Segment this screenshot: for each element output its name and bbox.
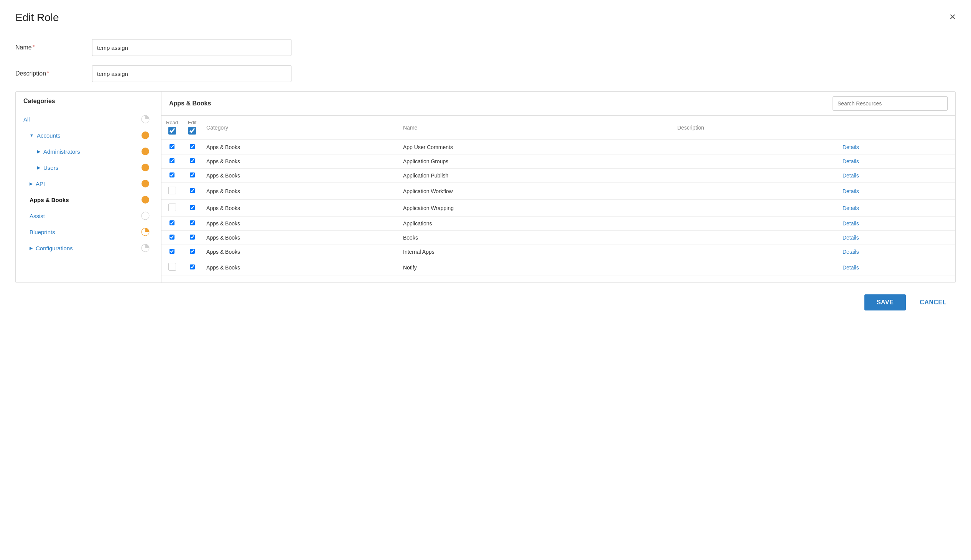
sidebar-item-all[interactable]: All <box>16 111 161 127</box>
blueprints-label: Blueprints <box>30 229 55 235</box>
details-link[interactable]: Details <box>843 144 859 150</box>
sidebar-item-administrators[interactable]: ▶ Administrators <box>16 143 161 160</box>
description-cell <box>672 231 838 245</box>
read-checkbox[interactable] <box>170 172 175 177</box>
close-button[interactable]: × <box>949 12 956 22</box>
edit-checkbox[interactable] <box>190 235 195 240</box>
categories-panel: Categories All ▼ Accounts <box>16 92 162 282</box>
sidebar-item-users[interactable]: ▶ Users <box>16 160 161 175</box>
read-empty-checkbox[interactable] <box>169 203 176 211</box>
details-cell[interactable]: Details <box>838 168 955 183</box>
details-cell[interactable]: Details <box>838 155 955 168</box>
description-cell <box>672 183 838 200</box>
table-row: Apps & Books Application Wrapping Detail… <box>162 200 955 217</box>
edit-cell[interactable] <box>182 231 202 245</box>
content-area: Categories All ▼ Accounts <box>15 91 956 283</box>
read-col-label: Read <box>166 120 178 125</box>
read-checkbox[interactable] <box>170 158 175 163</box>
edit-checkbox[interactable] <box>190 172 195 177</box>
details-cell[interactable]: Details <box>838 140 955 155</box>
accounts-chevron: ▼ <box>30 133 34 138</box>
sidebar-item-accounts[interactable]: ▼ Accounts <box>16 127 161 143</box>
details-cell[interactable]: Details <box>838 183 955 200</box>
all-label: All <box>23 116 30 123</box>
details-link[interactable]: Details <box>843 249 859 255</box>
categories-header: Categories <box>16 92 161 111</box>
edit-cell[interactable] <box>182 217 202 231</box>
description-input[interactable] <box>92 65 292 82</box>
sidebar-item-blueprints[interactable]: Blueprints <box>16 224 161 240</box>
read-cell[interactable] <box>162 217 182 231</box>
edit-checkbox[interactable] <box>190 158 195 163</box>
api-pie-icon <box>141 179 150 188</box>
save-button[interactable]: SAVE <box>864 294 906 310</box>
read-cell[interactable] <box>162 140 182 155</box>
read-cell[interactable] <box>162 200 182 217</box>
details-link[interactable]: Details <box>843 265 859 271</box>
read-cell[interactable] <box>162 259 182 276</box>
read-checkbox[interactable] <box>170 249 175 254</box>
sidebar-item-api[interactable]: ▶ API <box>16 175 161 192</box>
users-pie-icon <box>141 163 150 172</box>
details-link[interactable]: Details <box>843 188 859 194</box>
edit-cell[interactable] <box>182 140 202 155</box>
table-header-row: Read Edit <box>162 116 955 140</box>
description-cell <box>672 155 838 168</box>
edit-checkbox[interactable] <box>190 205 195 210</box>
details-link[interactable]: Details <box>843 172 859 178</box>
read-checkbox[interactable] <box>170 235 175 240</box>
administrators-label: Administrators <box>43 148 80 155</box>
read-checkbox[interactable] <box>170 144 175 149</box>
edit-checkbox[interactable] <box>190 249 195 254</box>
read-cell[interactable] <box>162 231 182 245</box>
read-empty-checkbox[interactable] <box>169 263 176 271</box>
details-link[interactable]: Details <box>843 235 859 241</box>
edit-checkbox[interactable] <box>190 144 195 149</box>
edit-checkbox[interactable] <box>190 220 195 225</box>
category-cell: Apps & Books <box>202 168 399 183</box>
users-chevron: ▶ <box>37 165 40 170</box>
search-resources-input[interactable] <box>833 96 948 111</box>
details-link[interactable]: Details <box>843 220 859 227</box>
details-link[interactable]: Details <box>843 205 859 211</box>
edit-all-checkbox-wrapper[interactable] <box>188 127 196 135</box>
description-row: Description* <box>15 65 956 82</box>
read-cell[interactable] <box>162 245 182 259</box>
edit-checkbox[interactable] <box>190 188 195 193</box>
details-cell[interactable]: Details <box>838 200 955 217</box>
read-checkbox[interactable] <box>170 220 175 225</box>
read-cell[interactable] <box>162 155 182 168</box>
details-cell[interactable]: Details <box>838 245 955 259</box>
edit-cell[interactable] <box>182 245 202 259</box>
name-input[interactable] <box>92 39 292 56</box>
accounts-label: Accounts <box>37 132 61 139</box>
sidebar-item-assist[interactable]: Assist <box>16 208 161 224</box>
name-required-star: * <box>33 44 35 51</box>
read-all-checkbox[interactable] <box>169 127 176 135</box>
apps-books-pie-icon <box>141 195 150 204</box>
svg-point-5 <box>142 196 149 203</box>
read-cell[interactable] <box>162 183 182 200</box>
details-link[interactable]: Details <box>843 158 859 165</box>
edit-checkbox[interactable] <box>190 265 195 270</box>
description-cell <box>672 168 838 183</box>
sidebar-item-apps-books[interactable]: Apps & Books <box>16 192 161 208</box>
edit-all-checkbox[interactable] <box>188 127 196 135</box>
edit-cell[interactable] <box>182 168 202 183</box>
administrators-pie-icon <box>141 147 150 156</box>
assist-label: Assist <box>30 213 45 219</box>
cancel-button[interactable]: CANCEL <box>912 294 954 310</box>
edit-cell[interactable] <box>182 200 202 217</box>
read-all-checkbox-wrapper[interactable] <box>169 127 176 135</box>
category-cell: Apps & Books <box>202 200 399 217</box>
details-cell[interactable]: Details <box>838 217 955 231</box>
edit-cell[interactable] <box>182 259 202 276</box>
details-cell[interactable]: Details <box>838 259 955 276</box>
read-empty-checkbox[interactable] <box>169 187 176 194</box>
edit-cell[interactable] <box>182 183 202 200</box>
resources-panel: Apps & Books Read <box>162 92 955 282</box>
read-cell[interactable] <box>162 168 182 183</box>
edit-cell[interactable] <box>182 155 202 168</box>
sidebar-item-configurations[interactable]: ▶ Configurations <box>16 240 161 256</box>
details-cell[interactable]: Details <box>838 231 955 245</box>
